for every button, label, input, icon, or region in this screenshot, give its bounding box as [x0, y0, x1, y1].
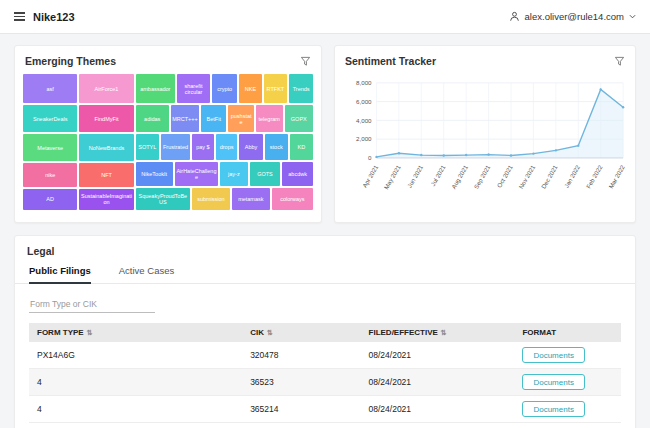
svg-text:Jun 2021: Jun 2021	[406, 163, 425, 189]
tab-public-filings[interactable]: Public Filings	[29, 265, 91, 284]
svg-text:Nov 2021: Nov 2021	[517, 163, 536, 190]
treemap-block[interactable]: SOTYL	[136, 134, 159, 160]
legal-tabs: Public FilingsActive Cases	[15, 265, 635, 284]
treemap-block[interactable]: submission	[192, 188, 230, 210]
treemap-block[interactable]: Trends	[289, 74, 313, 103]
treemap-block[interactable]: NikeTookIt	[136, 162, 173, 186]
treemap-block[interactable]: colorways	[272, 188, 313, 210]
sort-icon[interactable]: ⇅	[267, 329, 273, 336]
treemap-block[interactable]: SustainableImagination	[79, 189, 133, 210]
documents-button[interactable]: Documents	[522, 374, 584, 390]
table-header-row: FORM TYPE⇅CIK⇅FILED/EFFECTIVE⇅FORMAT	[29, 323, 621, 342]
format-cell: Documents	[514, 369, 621, 396]
user-icon	[509, 11, 520, 22]
svg-text:Apr 2021: Apr 2021	[361, 163, 380, 188]
treemap-block[interactable]: Frustrated	[161, 134, 190, 160]
svg-text:Jul 2021: Jul 2021	[429, 163, 447, 187]
cik-cell: 36523	[242, 369, 360, 396]
treemap-block[interactable]: Metaverse	[23, 134, 77, 161]
treemap-block[interactable]: GOPX	[285, 105, 313, 132]
format-cell: Documents	[514, 342, 621, 369]
legal-title: Legal	[15, 236, 635, 265]
treemap-block[interactable]: BetFit	[201, 105, 226, 132]
treemap-block[interactable]: NKE	[239, 74, 261, 103]
filed-effective-cell: 08/24/2021	[361, 342, 515, 369]
user-menu[interactable]: alex.oliver@rule14.com	[509, 11, 636, 22]
topbar: Nike123 alex.oliver@rule14.com	[0, 0, 650, 34]
treemap-block[interactable]: RTFKT	[264, 74, 288, 103]
sentiment-tracker-card: Sentiment Tracker 02,0004,0006,0008,000A…	[334, 45, 636, 223]
treemap-block[interactable]: ambassador	[136, 74, 175, 103]
menu-icon[interactable]	[14, 12, 25, 21]
form-search-input[interactable]	[29, 296, 155, 313]
brand-area: Nike123	[14, 11, 75, 23]
table-row: 436521408/24/2021Documents	[29, 396, 621, 423]
treemap-block[interactable]: nike	[23, 163, 77, 187]
treemap-block[interactable]: SqueakyProudToBeUS	[136, 188, 190, 210]
svg-text:Jan 2022: Jan 2022	[562, 163, 581, 189]
svg-text:Dec 2021: Dec 2021	[540, 163, 559, 190]
table-row: 43652308/24/2021Documents	[29, 369, 621, 396]
cik-cell: 320478	[242, 342, 360, 369]
form-type-cell: 4	[29, 396, 242, 423]
treemap-block[interactable]: telegram	[256, 105, 283, 132]
filed-effective-cell: 08/24/2021	[361, 396, 515, 423]
treemap-block[interactable]: NFT	[79, 163, 133, 187]
sort-icon[interactable]: ⇅	[87, 329, 93, 336]
svg-text:Oct 2021: Oct 2021	[495, 163, 514, 188]
treemap-block[interactable]: pushstate	[228, 105, 253, 132]
treemap-block[interactable]: NoNewBrands	[79, 134, 133, 161]
filter-icon[interactable]	[300, 56, 311, 67]
cik-cell: 365214	[242, 396, 360, 423]
column-header[interactable]: FILED/EFFECTIVE⇅	[361, 323, 515, 342]
treemap-block[interactable]: SneakerDeals	[23, 105, 77, 132]
svg-text:2,000: 2,000	[356, 135, 372, 142]
treemap-block[interactable]: KD	[290, 134, 313, 160]
filings-table-body: PX14A6G32047808/24/2021Documents43652308…	[29, 342, 621, 423]
brand-title: Nike123	[33, 11, 75, 23]
documents-button[interactable]: Documents	[522, 401, 584, 417]
treemap-block[interactable]: AirHateChallenge	[175, 162, 218, 186]
emerging-themes-card: Emerging Themes asfSneakerDealsMetaverse…	[14, 45, 322, 223]
sentiment-line-chart: 02,0004,0006,0008,000Apr 2021May 2021Jun…	[339, 72, 631, 220]
svg-text:Sep 2021: Sep 2021	[472, 163, 491, 190]
filed-effective-cell: 08/24/2021	[361, 369, 515, 396]
column-header[interactable]: CIK⇅	[242, 323, 360, 342]
treemap-block[interactable]: pay $	[192, 134, 214, 160]
treemap-block[interactable]: stock	[265, 134, 288, 160]
treemap-block[interactable]: abcdwk	[282, 162, 313, 186]
treemap-block[interactable]: drops	[216, 134, 238, 160]
svg-text:May 2021: May 2021	[382, 163, 402, 190]
svg-text:6,000: 6,000	[356, 98, 372, 105]
filter-icon[interactable]	[614, 56, 625, 67]
treemap-block[interactable]: AirForce1	[79, 74, 133, 103]
filings-table: FORM TYPE⇅CIK⇅FILED/EFFECTIVE⇅FORMAT PX1…	[29, 323, 621, 423]
treemap-block[interactable]: sharefit circular	[177, 74, 210, 103]
tab-active-cases[interactable]: Active Cases	[119, 265, 174, 284]
emerging-themes-title: Emerging Themes	[25, 55, 116, 67]
svg-text:Aug 2021: Aug 2021	[450, 163, 469, 190]
form-type-cell: 4	[29, 369, 242, 396]
treemap-block[interactable]: crypto	[212, 74, 237, 103]
treemap-block[interactable]: GOTS	[250, 162, 281, 186]
format-cell: Documents	[514, 396, 621, 423]
svg-text:8,000: 8,000	[356, 79, 372, 86]
treemap-block[interactable]: asf	[23, 74, 77, 103]
documents-button[interactable]: Documents	[522, 347, 584, 363]
treemap: asfSneakerDealsMetaversenikeADAirForce1F…	[23, 74, 313, 210]
main-content: Emerging Themes asfSneakerDealsMetaverse…	[0, 34, 650, 428]
treemap-block[interactable]: MRCT+++	[171, 105, 199, 132]
sort-icon[interactable]: ⇅	[441, 329, 447, 336]
user-email: alex.oliver@rule14.com	[525, 11, 624, 22]
svg-text:Mar 2022: Mar 2022	[607, 163, 626, 189]
chevron-down-icon[interactable]	[629, 14, 636, 19]
sentiment-tracker-title: Sentiment Tracker	[345, 55, 436, 67]
treemap-block[interactable]: metamask	[232, 188, 270, 210]
svg-text:0: 0	[368, 154, 372, 161]
treemap-block[interactable]: adidas	[136, 105, 169, 132]
column-header[interactable]: FORM TYPE⇅	[29, 323, 242, 342]
treemap-block[interactable]: FindMyFit	[79, 105, 133, 132]
treemap-block[interactable]: AD	[23, 189, 77, 210]
treemap-block[interactable]: Abby	[239, 134, 262, 160]
treemap-block[interactable]: jay-z	[220, 162, 247, 186]
